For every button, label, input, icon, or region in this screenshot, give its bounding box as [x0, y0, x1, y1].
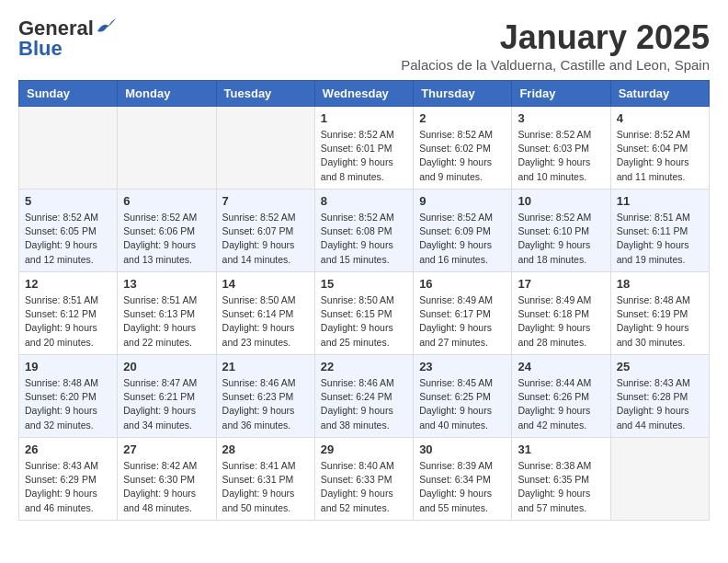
day-info: Sunrise: 8:46 AM Sunset: 6:23 PM Dayligh… [222, 376, 309, 432]
day-number: 6 [123, 194, 210, 208]
day-number: 31 [518, 442, 604, 456]
day-number: 8 [321, 194, 407, 208]
day-number: 12 [25, 277, 111, 291]
day-info: Sunrise: 8:52 AM Sunset: 6:04 PM Dayligh… [617, 128, 703, 184]
day-number: 5 [25, 194, 111, 208]
calendar-week-row: 1Sunrise: 8:52 AM Sunset: 6:01 PM Daylig… [19, 107, 710, 190]
table-row: 28Sunrise: 8:41 AM Sunset: 6:31 PM Dayli… [216, 438, 314, 521]
calendar-week-row: 5Sunrise: 8:52 AM Sunset: 6:05 PM Daylig… [19, 190, 710, 272]
day-number: 15 [321, 277, 407, 291]
table-row: 12Sunrise: 8:51 AM Sunset: 6:12 PM Dayli… [19, 272, 118, 355]
day-info: Sunrise: 8:52 AM Sunset: 6:06 PM Dayligh… [123, 211, 210, 267]
table-row [118, 107, 216, 190]
day-info: Sunrise: 8:52 AM Sunset: 6:08 PM Dayligh… [321, 211, 407, 267]
month-title: January 2025 [401, 18, 710, 57]
day-info: Sunrise: 8:49 AM Sunset: 6:18 PM Dayligh… [518, 293, 604, 350]
day-number: 1 [321, 111, 407, 125]
day-info: Sunrise: 8:38 AM Sunset: 6:35 PM Dayligh… [518, 459, 604, 515]
header: General Blue January 2025 Palacios de la… [18, 18, 710, 73]
day-info: Sunrise: 8:47 AM Sunset: 6:21 PM Dayligh… [123, 376, 210, 432]
day-number: 30 [419, 442, 506, 456]
table-row: 29Sunrise: 8:40 AM Sunset: 6:33 PM Dayli… [314, 438, 413, 521]
table-row [19, 107, 118, 190]
day-info: Sunrise: 8:48 AM Sunset: 6:19 PM Dayligh… [617, 293, 703, 350]
calendar-week-row: 12Sunrise: 8:51 AM Sunset: 6:12 PM Dayli… [19, 272, 710, 355]
logo-blue-text: Blue [18, 39, 63, 59]
header-thursday: Thursday [414, 81, 512, 107]
header-tuesday: Tuesday [216, 81, 314, 107]
table-row [216, 107, 314, 190]
day-info: Sunrise: 8:51 AM Sunset: 6:11 PM Dayligh… [617, 211, 703, 267]
table-row: 27Sunrise: 8:42 AM Sunset: 6:30 PM Dayli… [118, 438, 216, 521]
day-number: 26 [25, 442, 111, 456]
table-row: 7Sunrise: 8:52 AM Sunset: 6:07 PM Daylig… [216, 190, 314, 272]
day-number: 10 [518, 194, 604, 208]
day-info: Sunrise: 8:49 AM Sunset: 6:17 PM Dayligh… [419, 293, 506, 350]
table-row: 18Sunrise: 8:48 AM Sunset: 6:19 PM Dayli… [610, 272, 709, 355]
table-row: 13Sunrise: 8:51 AM Sunset: 6:13 PM Dayli… [118, 272, 216, 355]
day-info: Sunrise: 8:43 AM Sunset: 6:29 PM Dayligh… [25, 459, 111, 515]
table-row: 22Sunrise: 8:46 AM Sunset: 6:24 PM Dayli… [314, 355, 413, 438]
header-sunday: Sunday [19, 81, 118, 107]
table-row: 16Sunrise: 8:49 AM Sunset: 6:17 PM Dayli… [414, 272, 512, 355]
header-saturday: Saturday [610, 81, 709, 107]
day-info: Sunrise: 8:52 AM Sunset: 6:07 PM Dayligh… [222, 211, 309, 267]
day-info: Sunrise: 8:48 AM Sunset: 6:20 PM Dayligh… [25, 376, 111, 432]
day-info: Sunrise: 8:50 AM Sunset: 6:14 PM Dayligh… [222, 293, 309, 350]
table-row: 23Sunrise: 8:45 AM Sunset: 6:25 PM Dayli… [414, 355, 512, 438]
day-info: Sunrise: 8:52 AM Sunset: 6:09 PM Dayligh… [419, 211, 506, 267]
day-number: 22 [321, 360, 407, 373]
header-wednesday: Wednesday [314, 81, 413, 107]
day-info: Sunrise: 8:39 AM Sunset: 6:34 PM Dayligh… [419, 459, 506, 515]
day-info: Sunrise: 8:40 AM Sunset: 6:33 PM Dayligh… [321, 459, 407, 515]
header-monday: Monday [118, 81, 216, 107]
table-row: 15Sunrise: 8:50 AM Sunset: 6:15 PM Dayli… [314, 272, 413, 355]
calendar-week-row: 26Sunrise: 8:43 AM Sunset: 6:29 PM Dayli… [19, 438, 710, 521]
table-row: 26Sunrise: 8:43 AM Sunset: 6:29 PM Dayli… [19, 438, 118, 521]
table-row: 25Sunrise: 8:43 AM Sunset: 6:28 PM Dayli… [610, 355, 709, 438]
day-number: 23 [419, 360, 506, 373]
day-number: 16 [419, 277, 506, 291]
header-friday: Friday [512, 81, 610, 107]
table-row: 10Sunrise: 8:52 AM Sunset: 6:10 PM Dayli… [512, 190, 610, 272]
table-row: 5Sunrise: 8:52 AM Sunset: 6:05 PM Daylig… [19, 190, 118, 272]
day-info: Sunrise: 8:52 AM Sunset: 6:03 PM Dayligh… [518, 128, 604, 184]
day-number: 13 [123, 277, 210, 291]
day-info: Sunrise: 8:52 AM Sunset: 6:05 PM Dayligh… [25, 211, 111, 267]
day-number: 18 [617, 277, 703, 291]
table-row: 24Sunrise: 8:44 AM Sunset: 6:26 PM Dayli… [512, 355, 610, 438]
calendar-table: Sunday Monday Tuesday Wednesday Thursday… [18, 80, 710, 521]
table-row: 31Sunrise: 8:38 AM Sunset: 6:35 PM Dayli… [512, 438, 610, 521]
day-number: 11 [617, 194, 703, 208]
table-row: 3Sunrise: 8:52 AM Sunset: 6:03 PM Daylig… [512, 107, 610, 190]
table-row: 6Sunrise: 8:52 AM Sunset: 6:06 PM Daylig… [118, 190, 216, 272]
day-info: Sunrise: 8:45 AM Sunset: 6:25 PM Dayligh… [419, 376, 506, 432]
day-number: 29 [321, 442, 407, 456]
location-subtitle: Palacios de la Valduerna, Castille and L… [401, 57, 710, 73]
title-area: January 2025 Palacios de la Valduerna, C… [401, 18, 710, 73]
day-number: 14 [222, 277, 309, 291]
day-info: Sunrise: 8:52 AM Sunset: 6:02 PM Dayligh… [419, 128, 506, 184]
table-row: 2Sunrise: 8:52 AM Sunset: 6:02 PM Daylig… [414, 107, 512, 190]
day-number: 19 [25, 360, 111, 373]
day-number: 27 [123, 442, 210, 456]
table-row: 30Sunrise: 8:39 AM Sunset: 6:34 PM Dayli… [414, 438, 512, 521]
table-row: 19Sunrise: 8:48 AM Sunset: 6:20 PM Dayli… [19, 355, 118, 438]
day-info: Sunrise: 8:43 AM Sunset: 6:28 PM Dayligh… [617, 376, 703, 432]
day-number: 17 [518, 277, 604, 291]
table-row: 1Sunrise: 8:52 AM Sunset: 6:01 PM Daylig… [314, 107, 413, 190]
day-info: Sunrise: 8:51 AM Sunset: 6:12 PM Dayligh… [25, 293, 111, 350]
day-number: 9 [419, 194, 506, 208]
calendar-header-row: Sunday Monday Tuesday Wednesday Thursday… [19, 81, 710, 107]
table-row: 21Sunrise: 8:46 AM Sunset: 6:23 PM Dayli… [216, 355, 314, 438]
day-number: 24 [518, 360, 604, 373]
day-number: 20 [123, 360, 210, 373]
table-row [610, 438, 709, 521]
day-info: Sunrise: 8:52 AM Sunset: 6:01 PM Dayligh… [321, 128, 407, 184]
logo-general-text: General [18, 18, 94, 39]
day-info: Sunrise: 8:46 AM Sunset: 6:24 PM Dayligh… [321, 376, 407, 432]
table-row: 11Sunrise: 8:51 AM Sunset: 6:11 PM Dayli… [610, 190, 709, 272]
day-number: 4 [617, 111, 703, 125]
table-row: 20Sunrise: 8:47 AM Sunset: 6:21 PM Dayli… [118, 355, 216, 438]
day-info: Sunrise: 8:50 AM Sunset: 6:15 PM Dayligh… [321, 293, 407, 350]
